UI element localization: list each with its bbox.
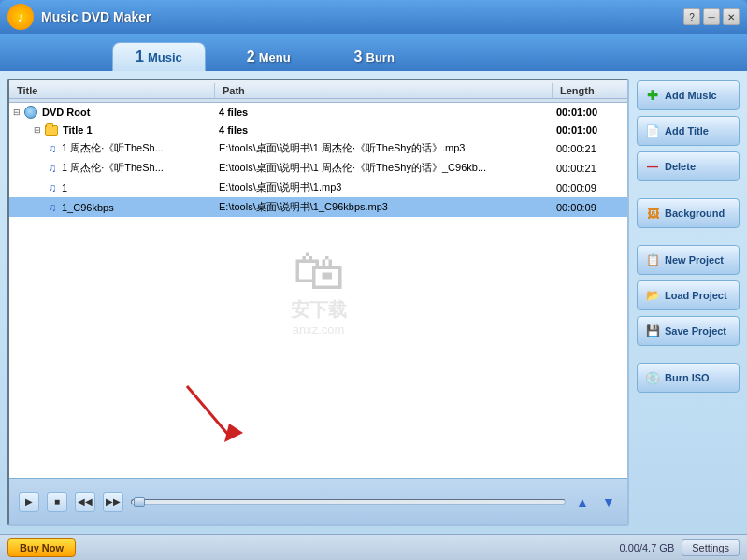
tab-music[interactable]: 1 Music: [112, 42, 206, 71]
table-row[interactable]: ♫ 1 周杰伦·《听TheSh... E:\tools\桌面\说明书\1 周杰伦…: [9, 158, 627, 178]
play-button[interactable]: ▶: [19, 492, 39, 512]
expand-icon: ⊟: [13, 108, 21, 117]
stop-button[interactable]: ■: [47, 492, 67, 512]
cell-path: E:\tools\桌面\说明书\1.mp3: [215, 179, 553, 195]
watermark-icon: 🛍: [291, 245, 347, 297]
load-project-icon: 📂: [645, 288, 660, 303]
cell-title: ♫ 1 周杰伦·《听TheSh...: [9, 160, 215, 176]
save-project-button[interactable]: 💾 Save Project: [637, 316, 740, 346]
disk-info: 0.00/4.7 GB: [620, 542, 675, 553]
background-icon: 🖼: [645, 206, 660, 221]
cell-title: ♫ 1 周杰伦·《听TheSh...: [9, 140, 215, 156]
music-icon: ♫: [47, 142, 58, 154]
app-logo: ♪: [7, 4, 34, 30]
title-bar: ♪ Music DVD Maker ? ─ ✕: [0, 0, 747, 34]
cell-path: 4 files: [215, 106, 553, 119]
burn-iso-icon: 💿: [645, 370, 660, 385]
add-music-button[interactable]: ✚ Add Music: [637, 80, 740, 110]
cell-path: 4 files: [215, 123, 553, 136]
dvd-icon: [24, 106, 37, 119]
nav-tabs: 1 Music 2 Menu 3 Burn: [0, 34, 747, 71]
cell-length: 00:00:09: [553, 201, 627, 214]
table-row[interactable]: ♫ 1 E:\tools\桌面\说明书\1.mp3 00:00:09: [9, 178, 627, 197]
music-icon: ♫: [47, 162, 58, 174]
volume-down-icon[interactable]: ▼: [599, 493, 618, 511]
folder-icon: [45, 125, 58, 136]
cell-title: ⊟ Title 1: [9, 123, 215, 136]
add-title-button[interactable]: 📄 Add Title: [637, 116, 740, 146]
col-header-length: Length: [553, 83, 627, 99]
app-title: Music DVD Maker: [41, 9, 740, 24]
arrow-indicator: [178, 381, 252, 450]
rewind-button[interactable]: ◀◀: [75, 492, 95, 512]
delete-icon: —: [645, 159, 660, 174]
file-list-body: ⊟ DVD Root 4 files 00:01:00 ⊟ Title 1: [9, 103, 627, 478]
window-controls: ? ─ ✕: [683, 8, 740, 25]
file-panel: Title Path Length ⊟ DVD Root 4 files 00:…: [7, 79, 629, 526]
tab-burn-label: Burn: [366, 50, 395, 65]
new-project-button[interactable]: 📋 New Project: [637, 245, 740, 275]
separator-2: [637, 234, 740, 239]
svg-marker-1: [224, 424, 243, 442]
col-header-path: Path: [215, 83, 553, 99]
buy-now-button[interactable]: Buy Now: [7, 538, 76, 557]
progress-bar[interactable]: [131, 499, 566, 505]
progress-thumb: [134, 497, 145, 507]
tab-music-label: Music: [148, 50, 182, 65]
cell-title: ♫ 1: [9, 180, 215, 194]
tab-music-num: 1: [136, 49, 144, 65]
expand-icon: ⊟: [34, 125, 41, 135]
cell-length: 00:00:21: [553, 162, 627, 175]
cell-path: E:\tools\桌面\说明书\1_C96kbps.mp3: [215, 199, 553, 215]
save-project-icon: 💾: [645, 323, 660, 338]
file-list-header: Title Path Length: [9, 80, 627, 103]
col-header-title: Title: [9, 83, 215, 99]
status-bar: Buy Now 0.00/4.7 GB Settings: [0, 534, 747, 560]
watermark-text: 安下载: [291, 297, 347, 323]
table-row[interactable]: ⊟ Title 1 4 files 00:01:00: [9, 122, 627, 138]
tab-menu-num: 2: [247, 49, 255, 65]
right-panel: ✚ Add Music 📄 Add Title — Delete 🖼 Backg…: [637, 79, 740, 526]
new-project-icon: 📋: [645, 252, 660, 267]
load-project-button[interactable]: 📂 Load Project: [637, 280, 740, 310]
table-row[interactable]: ♫ 1 周杰伦·《听TheSh... E:\tools\桌面\说明书\1 周杰伦…: [9, 138, 627, 158]
forward-button[interactable]: ▶▶: [103, 492, 123, 512]
add-title-icon: 📄: [645, 123, 660, 138]
close-button[interactable]: ✕: [723, 8, 740, 25]
cell-title: ⊟ DVD Root: [9, 105, 215, 120]
delete-button[interactable]: — Delete: [637, 151, 740, 181]
cell-length: 00:00:09: [553, 181, 627, 194]
cell-path: E:\tools\桌面\说明书\1 周杰伦·《听TheShy的话》.mp3: [215, 140, 553, 156]
settings-button[interactable]: Settings: [682, 539, 740, 556]
volume-up-icon[interactable]: ▲: [573, 493, 592, 511]
cell-title: ♫ 1_C96kbps: [9, 200, 215, 214]
table-row[interactable]: ⊟ DVD Root 4 files 00:01:00: [9, 103, 627, 122]
main-container: Title Path Length ⊟ DVD Root 4 files 00:…: [0, 71, 747, 534]
tab-burn-num: 3: [354, 49, 363, 65]
cell-length: 00:01:00: [553, 123, 627, 136]
minimize-button[interactable]: ─: [703, 8, 720, 25]
music-icon: ♫: [47, 201, 58, 213]
separator-3: [637, 352, 740, 357]
tab-menu-label: Menu: [259, 50, 291, 65]
separator-1: [637, 187, 740, 193]
tab-burn[interactable]: 3 Burn: [332, 43, 417, 71]
background-button[interactable]: 🖼 Background: [637, 198, 740, 228]
cell-length: 00:01:00: [553, 106, 627, 119]
help-button[interactable]: ?: [683, 8, 700, 25]
burn-iso-button[interactable]: 💿 Burn ISO: [637, 363, 740, 393]
table-row[interactable]: ♫ 1_C96kbps E:\tools\桌面\说明书\1_C96kbps.mp…: [9, 197, 627, 217]
music-icon: ♫: [47, 181, 58, 194]
tab-menu[interactable]: 2 Menu: [224, 43, 313, 71]
watermark: 🛍 安下载 anxz.com: [291, 245, 347, 337]
svg-line-0: [187, 386, 229, 436]
cell-path: E:\tools\桌面\说明书\1 周杰伦·《听TheShy的话》_C96kb.…: [215, 160, 553, 176]
player-controls: ▶ ■ ◀◀ ▶▶ ▲ ▼: [9, 478, 627, 524]
watermark-sub: anxz.com: [291, 323, 347, 337]
add-music-icon: ✚: [645, 88, 660, 103]
cell-length: 00:00:21: [553, 142, 627, 155]
